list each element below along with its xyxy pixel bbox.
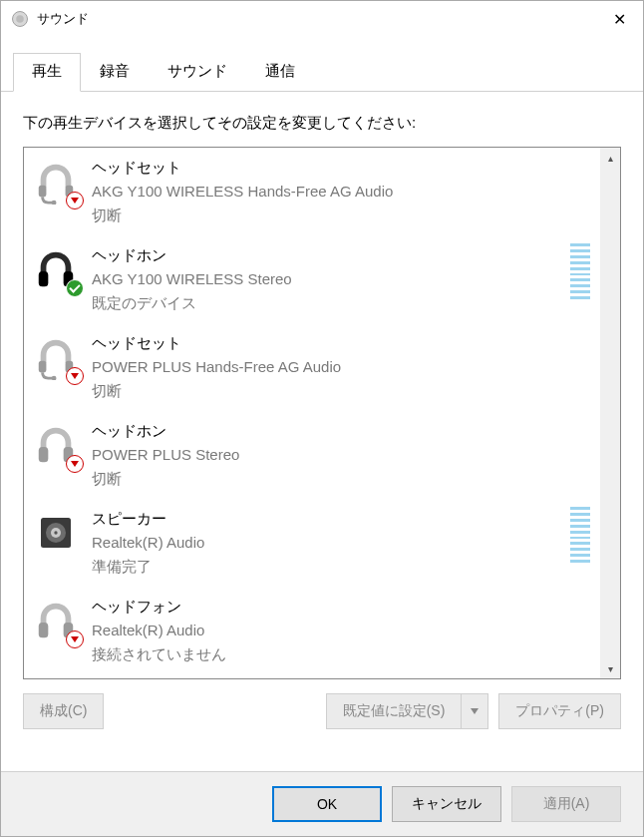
tab-sounds[interactable]: サウンド [149, 53, 246, 91]
device-type: ヘッドフォン [92, 595, 590, 619]
headphones-dark-icon [30, 243, 82, 295]
cancel-button[interactable]: キャンセル [392, 786, 501, 822]
window-title: サウンド [37, 10, 595, 28]
disconnected-badge [66, 455, 84, 473]
device-info: ヘッドセットAKG Y100 WIRELESS Hands-Free AG Au… [92, 156, 590, 227]
device-name: Realtek(R) Audio [92, 531, 564, 555]
titlebar: サウンド ✕ [1, 1, 643, 37]
disconnected-badge [66, 367, 84, 385]
close-button[interactable]: ✕ [595, 1, 643, 37]
properties-button[interactable]: プロパティ(P) [498, 693, 621, 729]
instruction-text: 下の再生デバイスを選択してその設定を変更してください: [23, 114, 621, 133]
device-status: 切断 [92, 467, 590, 491]
headphones-icon [30, 419, 82, 471]
device-status: 既定のデバイス [92, 291, 564, 315]
device-type: ヘッドホン [92, 419, 590, 443]
dialog-footer: OK キャンセル 適用(A) [1, 771, 643, 836]
tab-strip: 再生 録音 サウンド 通信 [1, 37, 643, 92]
device-name: Realtek(R) Audio [92, 619, 590, 642]
scroll-down-arrow[interactable]: ▾ [600, 658, 620, 678]
svg-rect-7 [39, 361, 47, 373]
tab-communications[interactable]: 通信 [246, 53, 314, 91]
svg-point-9 [52, 376, 57, 380]
scroll-up-arrow[interactable]: ▴ [600, 148, 620, 168]
disconnected-badge [66, 630, 84, 648]
svg-rect-16 [39, 623, 49, 637]
device-row[interactable]: ヘッドフォンRealtek(R) Audio接続されていません [24, 587, 600, 674]
svg-point-4 [52, 201, 57, 205]
device-info: ヘッドフォンRealtek(R) Audio接続されていません [92, 595, 590, 666]
device-name: AKG Y100 WIRELESS Stereo [92, 267, 564, 291]
tab-recording[interactable]: 録音 [81, 53, 149, 91]
device-info: ヘッドホンAKG Y100 WIRELESS Stereo既定のデバイス [92, 243, 564, 315]
disconnected-badge [66, 192, 84, 209]
configure-button[interactable]: 構成(C) [23, 693, 104, 729]
headphones-icon [30, 595, 82, 646]
svg-point-1 [16, 15, 24, 23]
device-status: 接続されていません [92, 642, 590, 666]
device-row[interactable]: スピーカーRealtek(R) Audio準備完了 [24, 499, 600, 587]
device-info: スピーカーRealtek(R) Audio準備完了 [92, 507, 564, 579]
sound-app-icon [11, 10, 29, 28]
apply-button[interactable]: 適用(A) [511, 786, 621, 822]
device-list: ヘッドセットAKG Y100 WIRELESS Hands-Free AG Au… [23, 147, 621, 679]
device-row[interactable]: ヘッドホンAKG Y100 WIRELESS Stereo既定のデバイス [24, 235, 600, 323]
device-info: ヘッドホンPOWER PLUS Stereo切断 [92, 419, 590, 491]
level-meter [570, 243, 590, 299]
level-meter [570, 507, 590, 563]
device-info: ヘッドセットPOWER PLUS Hands-Free AG Audio切断 [92, 331, 590, 403]
svg-rect-10 [39, 447, 49, 462]
headset-icon [30, 331, 82, 383]
device-type: スピーカー [92, 507, 564, 531]
set-default-button[interactable]: 既定値に設定(S) [326, 693, 462, 729]
default-check-badge [66, 279, 84, 297]
set-default-dropdown[interactable]: 既定値に設定(S) [326, 693, 489, 729]
device-type: ヘッドホン [92, 243, 564, 267]
device-row[interactable]: ヘッドセットAKG Y100 WIRELESS Hands-Free AG Au… [24, 148, 600, 235]
speaker-icon [30, 507, 82, 559]
device-name: POWER PLUS Stereo [92, 443, 590, 467]
device-row[interactable]: ヘッドセットPOWER PLUS Hands-Free AG Audio切断 [24, 323, 600, 411]
ok-button[interactable]: OK [272, 786, 382, 822]
svg-rect-2 [39, 186, 47, 198]
scroll-track[interactable] [600, 168, 620, 658]
device-status: 切断 [92, 204, 590, 227]
svg-rect-5 [39, 271, 49, 286]
device-name: AKG Y100 WIRELESS Hands-Free AG Audio [92, 180, 590, 204]
device-row[interactable]: ヘッドホンPOWER PLUS Stereo切断 [24, 411, 600, 499]
chevron-down-icon[interactable] [461, 693, 488, 729]
scrollbar[interactable]: ▴ ▾ [600, 148, 620, 678]
device-type: ヘッドセット [92, 156, 590, 180]
device-status: 切断 [92, 379, 590, 403]
headset-icon [30, 156, 82, 208]
svg-point-15 [54, 531, 57, 534]
tab-playback[interactable]: 再生 [13, 53, 81, 92]
device-status: 準備完了 [92, 555, 564, 579]
device-name: POWER PLUS Hands-Free AG Audio [92, 355, 590, 379]
device-type: ヘッドセット [92, 331, 590, 355]
